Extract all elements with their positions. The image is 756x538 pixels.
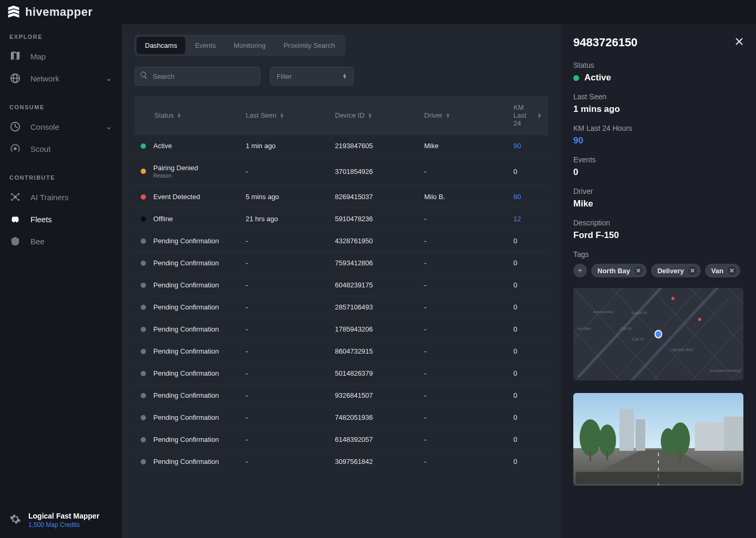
table-row[interactable]: Active1 min ago2193847605Mike90 bbox=[134, 135, 548, 157]
svg-point-34 bbox=[698, 318, 701, 321]
tag-label: North Bay bbox=[597, 267, 630, 275]
scout-icon bbox=[9, 143, 21, 154]
driver-cell: - bbox=[418, 157, 507, 186]
close-button[interactable] bbox=[735, 37, 743, 48]
map-thumbnail[interactable]: Arizona Ave 12th St 11th St Olympic Blvd… bbox=[573, 288, 743, 380]
device-id-cell: 7593412806 bbox=[329, 252, 418, 274]
device-id-cell: 5910478236 bbox=[329, 208, 418, 230]
section-label: CONTRIBUTE bbox=[0, 174, 122, 186]
topbar: hivemapper bbox=[0, 0, 756, 24]
table-row[interactable]: Pending Confirmation-9326841507-0 bbox=[134, 385, 548, 407]
last-seen-cell: - bbox=[239, 252, 329, 274]
tag-remove-button[interactable] bbox=[728, 266, 736, 275]
last-seen-cell: - bbox=[239, 385, 329, 407]
sidebar-item-network[interactable]: Network⌄ bbox=[0, 67, 122, 89]
device-id-cell: 4328761950 bbox=[329, 230, 418, 252]
column-device-id[interactable]: Device ID▲▼ bbox=[329, 96, 418, 135]
table-row[interactable]: Pairing DeniedReason-3701854926-0 bbox=[134, 157, 548, 186]
svg-rect-40 bbox=[620, 409, 634, 451]
table-row[interactable]: Pending Confirmation-6048239175-0 bbox=[134, 274, 548, 296]
km-cell: 0 bbox=[507, 363, 548, 385]
tag-label: Van bbox=[711, 267, 723, 275]
km-link[interactable]: 80 bbox=[513, 193, 521, 201]
account-credits[interactable]: 1,500 Map Credits bbox=[28, 521, 99, 529]
sidebar-footer[interactable]: Logical Fast Mapper 1,500 Map Credits bbox=[0, 504, 122, 538]
sidebar-item-map[interactable]: Map bbox=[0, 45, 122, 67]
sort-icon: ▲▼ bbox=[342, 74, 347, 79]
km-value[interactable]: 90 bbox=[573, 136, 743, 146]
svg-point-47 bbox=[661, 428, 676, 454]
km-cell: 0 bbox=[507, 407, 548, 429]
table-row[interactable]: Pending Confirmation-6148392057-0 bbox=[134, 429, 548, 451]
device-id-cell: 2193847605 bbox=[329, 135, 418, 157]
column-km-last-24[interactable]: KM Last 24▲▼ bbox=[507, 96, 548, 135]
search-input[interactable] bbox=[134, 67, 260, 86]
km-cell: 0 bbox=[507, 385, 548, 407]
driver-cell: - bbox=[418, 451, 507, 473]
km-cell: 80 bbox=[507, 186, 548, 208]
status-text: Pending Confirmation bbox=[153, 347, 219, 355]
tab-proximity-search[interactable]: Proximity Search bbox=[275, 37, 343, 54]
sidebar-item-bee[interactable]: Bee bbox=[0, 230, 122, 252]
sidebar-item-label: Map bbox=[30, 52, 46, 61]
svg-text:coln Blvd: coln Blvd bbox=[577, 327, 591, 330]
table-row[interactable]: Pending Confirmation-4328761950-0 bbox=[134, 230, 548, 252]
gear-icon[interactable] bbox=[9, 513, 21, 527]
status-dot-icon bbox=[141, 283, 146, 288]
sort-icon: ▲▼ bbox=[446, 113, 450, 118]
status-dot-icon bbox=[141, 327, 146, 332]
table-row[interactable]: Pending Confirmation-1785943206-0 bbox=[134, 318, 548, 340]
sort-icon: ▲▼ bbox=[368, 113, 372, 118]
device-id-cell: 8604732915 bbox=[329, 340, 418, 363]
svg-text:Woodlawn Cemetery: Woodlawn Cemetery bbox=[709, 369, 741, 373]
add-tag-button[interactable]: + bbox=[573, 264, 587, 277]
table-row[interactable]: Pending Confirmation-7482051936-0 bbox=[134, 407, 548, 429]
column-status[interactable]: Status▲▼ bbox=[134, 96, 239, 135]
map-icon bbox=[9, 50, 21, 62]
sidebar-item-label: Network bbox=[30, 74, 59, 83]
fleets-icon bbox=[9, 213, 21, 225]
last-seen-cell: - bbox=[239, 451, 329, 473]
logo[interactable]: hivemapper bbox=[6, 5, 93, 19]
table-row[interactable]: Pending Confirmation-7593412806-0 bbox=[134, 252, 548, 274]
table-row[interactable]: Pending Confirmation-2857106493-0 bbox=[134, 296, 548, 318]
tag-remove-button[interactable] bbox=[688, 266, 697, 275]
km-link[interactable]: 90 bbox=[513, 142, 521, 150]
table-row[interactable]: Offline21 hrs ago5910478236-12 bbox=[134, 208, 548, 230]
tab-events[interactable]: Events bbox=[186, 37, 224, 54]
tag-remove-button[interactable] bbox=[634, 266, 643, 275]
status-text: Offline bbox=[153, 215, 173, 223]
tab-monitoring[interactable]: Monitoring bbox=[225, 37, 274, 54]
tab-dashcams[interactable]: Dashcams bbox=[136, 37, 185, 54]
table-row[interactable]: Pending Confirmation-8604732915-0 bbox=[134, 340, 548, 363]
table-row[interactable]: Pending Confirmation-3097561842-0 bbox=[134, 451, 548, 473]
tabs: DashcamsEventsMonitoringProximity Search bbox=[134, 35, 345, 56]
status-text: Pending Confirmation bbox=[153, 325, 219, 333]
sidebar-item-console[interactable]: Console⌄ bbox=[0, 116, 122, 138]
status-text: Pending Confirmation bbox=[153, 237, 219, 245]
km-cell: 12 bbox=[507, 208, 548, 230]
sidebar-item-scout[interactable]: Scout bbox=[0, 138, 122, 160]
driver-value: Mike bbox=[573, 199, 743, 209]
section-label: EXPLORE bbox=[0, 34, 122, 45]
table-row[interactable]: Event Detected5 mins ago8269415037Milo B… bbox=[134, 186, 548, 208]
status-sub: Reason bbox=[153, 173, 198, 179]
table-row[interactable]: Pending Confirmation-5014826379-0 bbox=[134, 363, 548, 385]
status-dot-icon bbox=[141, 371, 146, 376]
status-dot-icon bbox=[141, 143, 146, 149]
column-last-seen[interactable]: Last Seen▲▼ bbox=[239, 96, 329, 135]
device-id-cell: 9326841507 bbox=[329, 385, 418, 407]
camera-thumbnail[interactable] bbox=[573, 393, 743, 485]
filter-select[interactable]: Filter ▲▼ bbox=[270, 67, 354, 86]
driver-cell: - bbox=[418, 318, 507, 340]
sidebar-item-label: Console bbox=[30, 122, 59, 131]
last-seen-cell: - bbox=[239, 340, 329, 363]
km-link[interactable]: 12 bbox=[513, 215, 521, 223]
events-label: Events bbox=[573, 156, 743, 164]
sidebar-item-fleets[interactable]: Fleets bbox=[0, 208, 122, 230]
column-driver[interactable]: Driver▲▼ bbox=[418, 96, 507, 135]
sidebar-item-ai-trainers[interactable]: AI Trainers bbox=[0, 186, 122, 208]
last-seen-cell: 5 mins ago bbox=[239, 186, 329, 208]
status-dot-icon bbox=[141, 261, 146, 266]
sort-icon: ▲▼ bbox=[177, 113, 182, 118]
